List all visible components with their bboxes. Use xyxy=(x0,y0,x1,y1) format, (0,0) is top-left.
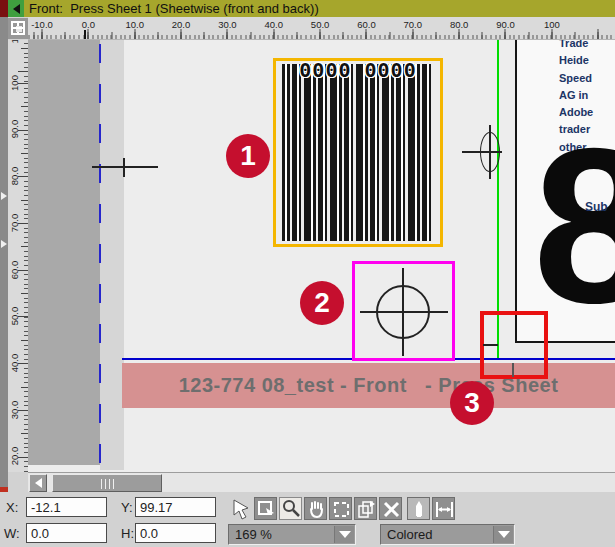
callout-2: 2 xyxy=(300,281,344,325)
crosshair-mark-v xyxy=(123,158,125,177)
measure-tool-button[interactable] xyxy=(432,497,455,520)
press-sheet-canvas[interactable]: TradeHeideSpeedAG inAdobetraderother 8 S… xyxy=(28,40,615,472)
ink-bottle-icon xyxy=(408,498,431,521)
hruler-label: -10.0 xyxy=(31,19,53,30)
vruler-label: 90.0 xyxy=(9,120,20,139)
vruler-label: 40.0 xyxy=(9,354,20,373)
x-label: X: xyxy=(6,500,18,515)
sheet-margin-strip xyxy=(100,40,124,470)
callout-3: 3 xyxy=(450,381,494,425)
splitter-arrow-icon[interactable] xyxy=(1,192,7,200)
left-triangle-icon xyxy=(35,478,42,488)
display-mode-dropdown[interactable]: Colored xyxy=(380,524,515,545)
hand-tool-button[interactable] xyxy=(304,497,327,520)
subject-label: Sub xyxy=(585,200,608,214)
license-text-line: AG in xyxy=(559,87,615,104)
dashed-blue-guide xyxy=(99,44,101,470)
hruler-label: 80.0 xyxy=(450,19,469,30)
exchange-tool-button[interactable] xyxy=(379,497,402,520)
w-input[interactable] xyxy=(26,523,107,543)
pointer-tool-button[interactable] xyxy=(229,497,252,520)
zoom-level-value: 169 % xyxy=(235,527,272,542)
vruler-label: 30.0 xyxy=(9,400,20,419)
vruler-label: 100 xyxy=(9,75,20,91)
barcode-digits: 0000 0000 xyxy=(276,58,440,82)
collapse-panel-button[interactable] xyxy=(8,0,24,17)
scrollbar-thumb[interactable] xyxy=(52,474,162,492)
license-text-line: Trade xyxy=(559,40,615,52)
hruler-label: 100 xyxy=(544,19,560,30)
magnifier-icon xyxy=(280,498,303,521)
pages-icon xyxy=(355,498,378,521)
license-text-line: Speed xyxy=(559,70,615,87)
ellipse-register-mark xyxy=(462,125,502,179)
zoom-level-dropdown[interactable]: 169 % xyxy=(228,524,356,545)
w-label: W: xyxy=(4,526,20,541)
y-label: Y: xyxy=(121,500,133,515)
pages-tool-button[interactable] xyxy=(354,497,377,520)
display-mode-value: Colored xyxy=(387,527,433,542)
vruler-label: 20.0 xyxy=(9,447,20,466)
hruler-label: 10.0 xyxy=(125,19,144,30)
frame-select-tool-button[interactable] xyxy=(254,497,277,520)
y-input[interactable] xyxy=(135,497,216,517)
callout-1: 1 xyxy=(226,134,270,178)
horizontal-scrollbar[interactable] xyxy=(28,472,615,492)
h-input[interactable] xyxy=(135,523,216,543)
view-title-bar: Front: Press Sheet 1 (Sheetwise (front a… xyxy=(8,0,615,17)
corner-tick-h xyxy=(483,344,498,346)
page-content-area: TradeHeideSpeedAG inAdobetraderother 8 S… xyxy=(515,40,615,343)
chevron-down-icon[interactable] xyxy=(334,526,354,543)
vruler-label: 50.0 xyxy=(9,307,20,326)
crop-frame-icon xyxy=(330,498,353,521)
hruler-label: 60.0 xyxy=(357,19,376,30)
hruler-label: 20.0 xyxy=(172,19,191,30)
license-text-line: Heide xyxy=(559,52,615,69)
thumb-grip-icon xyxy=(101,479,117,489)
vertical-ruler: 11010090.080.070.060.050.040.030.020.0 xyxy=(8,40,28,472)
measure-icon xyxy=(433,498,456,521)
hruler-label: 90.0 xyxy=(496,19,515,30)
splitter-arrow-icon[interactable] xyxy=(1,240,7,248)
cross-arrows-icon xyxy=(380,498,403,521)
x-input[interactable] xyxy=(26,497,107,517)
hruler-label: 70.0 xyxy=(404,19,423,30)
hand-icon xyxy=(305,498,328,521)
vruler-label: 60.0 xyxy=(9,260,20,279)
left-triangle-icon xyxy=(13,4,20,14)
hruler-ticks xyxy=(28,29,615,39)
split-view-button[interactable] xyxy=(8,18,28,39)
vruler-label: 80.0 xyxy=(9,167,20,186)
barcode xyxy=(282,64,434,241)
register-mark-highlight-rect xyxy=(352,261,455,361)
zoom-tool-button[interactable] xyxy=(279,497,302,520)
hruler-position-caret xyxy=(84,30,86,39)
view-title: Front: Press Sheet 1 (Sheetwise (front a… xyxy=(29,1,319,16)
hruler-label: 0.0 xyxy=(82,19,95,30)
status-toolbar: X: Y: W: H: xyxy=(0,492,615,547)
corner-tick-v xyxy=(512,363,514,377)
ink-tool-button[interactable] xyxy=(407,497,430,520)
outside-sheet-area xyxy=(28,40,100,465)
hruler-label: 30.0 xyxy=(218,19,237,30)
vruler-label: 70.0 xyxy=(9,214,20,233)
splitter-top-cap xyxy=(0,0,8,17)
pointer-icon xyxy=(230,498,253,521)
split-window-icon xyxy=(11,21,25,35)
crop-frame-tool-button[interactable] xyxy=(329,497,352,520)
vruler-label: 110 xyxy=(9,40,20,44)
page-number-digit: 8 xyxy=(533,116,615,336)
crosshair-mark-h xyxy=(92,166,158,168)
frame-select-icon xyxy=(255,498,278,521)
horizontal-ruler: -10.00.010.020.030.040.050.060.070.080.0… xyxy=(28,17,615,40)
imposition-app-window: Front: Press Sheet 1 (Sheetwise (front a… xyxy=(0,0,615,547)
scroll-left-button[interactable] xyxy=(29,474,47,492)
hruler-label: 50.0 xyxy=(311,19,330,30)
h-label: H: xyxy=(121,526,134,541)
pane-splitter[interactable] xyxy=(0,0,8,547)
barcode-highlight-rect: 0000 0000 xyxy=(273,58,443,247)
chevron-down-icon[interactable] xyxy=(493,526,513,543)
hruler-label: 40.0 xyxy=(265,19,284,30)
